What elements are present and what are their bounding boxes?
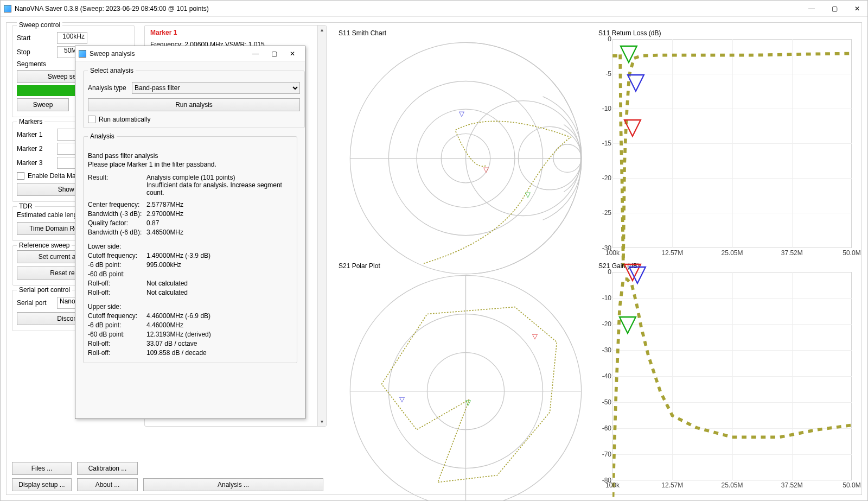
- run-automatically-checkbox[interactable]: [88, 116, 95, 123]
- start-label: Start: [17, 34, 54, 42]
- s11-return-loss-chart: S11 Return Loss (dB) 0-5-10 -15-20-25 -3…: [597, 29, 854, 259]
- marker2-icon: ▽: [620, 39, 638, 66]
- upper-cutoff-label: Cutoff frequency:: [88, 312, 142, 320]
- center-freq-value: 2.57787MHz: [146, 201, 292, 208]
- analysis-results-group: Analysis Band pass filter analysis Pleas…: [83, 132, 297, 363]
- files-button[interactable]: Files ...: [12, 462, 72, 475]
- s11-smith-chart: S11 Smith Chart: [337, 29, 594, 259]
- lower-cutoff-value: 1.49000MHz (-3.9 dB): [146, 252, 292, 259]
- upper-6db-label: -6 dB point:: [88, 321, 142, 329]
- result-label: Result:: [88, 174, 142, 196]
- sweep-button[interactable]: Sweep: [17, 98, 69, 111]
- bw6-value: 3.46500MHz: [146, 229, 292, 236]
- upper-rolloff2-value: 109.858 dB / decade: [146, 349, 292, 357]
- lower-rolloff2-value: Not calculated: [146, 289, 292, 296]
- display-setup-button[interactable]: Display setup ...: [12, 478, 72, 491]
- upper-rolloff1-label: Roll-off:: [88, 340, 142, 347]
- sweep-analysis-dialog: Sweep analysis — ▢ ✕ Select analysis Ana…: [75, 46, 305, 419]
- marker3-icon: ▽: [459, 110, 464, 118]
- lower-rolloff2-label: Roll-off:: [88, 289, 142, 296]
- dialog-minimize-button[interactable]: —: [246, 50, 265, 58]
- about-button[interactable]: About ...: [77, 478, 138, 491]
- minimize-button[interactable]: —: [805, 5, 819, 12]
- analysis-header: Band pass filter analysis: [88, 152, 292, 160]
- serial-port-label: Serial port: [17, 299, 54, 307]
- lower-rolloff1-value: Not calculated: [146, 280, 292, 287]
- marker3-icon: ▽: [627, 68, 645, 94]
- bw6-label: Bandwidth (-6 dB):: [88, 229, 142, 236]
- charts-grid: S11 Smith Chart: [337, 29, 854, 491]
- dialog-titlebar: Sweep analysis — ▢ ✕: [75, 46, 305, 61]
- marker2-label: Marker 2: [17, 145, 54, 153]
- marker3-label: Marker 3: [17, 159, 54, 167]
- group-legend: Markers: [17, 118, 44, 125]
- analysis-button[interactable]: Analysis ...: [143, 478, 323, 491]
- dialog-maximize-button[interactable]: ▢: [265, 50, 283, 58]
- maximize-button[interactable]: ▢: [827, 5, 841, 12]
- marker3-icon: ▽: [628, 259, 647, 286]
- x-axis: 100k 12.57M 25.05M 37.52M 50.0M: [612, 481, 852, 490]
- marker3-icon: ▽: [399, 395, 405, 403]
- s21-polar-chart: S21 Polar Plot ▽ ▽ ▽: [337, 262, 594, 492]
- chart-title: S11 Smith Chart: [339, 29, 594, 37]
- scroll-down-icon[interactable]: ▾: [318, 417, 326, 426]
- lower-60db-value: [146, 270, 292, 278]
- stop-label: Stop: [17, 48, 54, 56]
- calibration-button[interactable]: Calibration ...: [77, 462, 138, 475]
- q-value: 0.87: [146, 219, 292, 227]
- marker2-icon: ▽: [525, 191, 531, 199]
- analysis-hint: Please place Marker 1 in the filter pass…: [88, 161, 292, 168]
- main-titlebar: NanoVNA Saver 0.3.8 (Sweep: 2023-06-29 0…: [1, 1, 867, 17]
- bw3-value: 2.97000MHz: [146, 210, 292, 218]
- chart-title: S21 Polar Plot: [339, 262, 594, 270]
- dialog-title: Sweep analysis: [90, 50, 246, 58]
- close-button[interactable]: ✕: [850, 5, 864, 12]
- y-axis: 0-10-20 -30-40-50 -60-70-80: [597, 272, 612, 481]
- marker1-icon: ▽: [532, 332, 538, 340]
- dialog-close-button[interactable]: ✕: [283, 50, 302, 58]
- app-icon: [4, 5, 11, 12]
- lower-60db-label: -60 dB point:: [88, 270, 142, 278]
- marker1-label: Marker 1: [17, 131, 54, 138]
- group-legend: TDR: [17, 202, 35, 210]
- upper-60db-value: 12.3193MHz (derived): [146, 331, 292, 338]
- plot-area: ▽ ▽ ▽: [612, 39, 852, 248]
- select-analysis-group: Select analysis Analysis type Band-pass …: [83, 67, 305, 128]
- scroll-up-icon[interactable]: ▴: [318, 26, 326, 34]
- analysis-type-select[interactable]: Band-pass filter: [132, 82, 300, 94]
- y-axis: 0-5-10 -15-20-25 -30: [597, 39, 612, 248]
- upper-rolloff2-label: Roll-off:: [88, 349, 142, 357]
- upper-60db-label: -60 dB point:: [88, 331, 142, 338]
- upper-6db-value: 4.46000MHz: [146, 321, 292, 329]
- marker-info-header: Marker 1: [150, 29, 312, 36]
- upper-cutoff-value: 4.46000MHz (-6.9 dB): [146, 312, 292, 320]
- run-analysis-button[interactable]: Run analysis: [88, 98, 300, 111]
- analysis-type-label: Analysis type: [88, 84, 129, 92]
- s21-gain-chart: S21 Gain (dB) 0-10-20 -30-40-50 -60-70-8…: [597, 262, 854, 492]
- marker1-icon: ▽: [483, 166, 489, 174]
- group-legend: Reference sweep: [17, 242, 72, 249]
- start-input[interactable]: 100kHz: [57, 32, 87, 44]
- lower-cutoff-label: Cutoff frequency:: [88, 252, 142, 259]
- delta-marker-checkbox[interactable]: [17, 172, 24, 180]
- group-legend: Select analysis: [88, 67, 136, 74]
- lower-6db-label: -6 dB point:: [88, 261, 142, 269]
- smith-svg: ▽ ▽ ▽: [340, 39, 592, 277]
- marker1-icon: ▽: [623, 113, 642, 139]
- center-freq-label: Center frequency:: [88, 201, 142, 208]
- lower-6db-value: 995.000kHz: [146, 261, 292, 269]
- group-legend: Serial port control: [17, 286, 72, 294]
- upper-side-header: Upper side:: [88, 303, 292, 310]
- x-axis: 100k 12.57M 25.05M 37.52M 50.0M: [612, 249, 852, 258]
- lower-side-header: Lower side:: [88, 243, 292, 250]
- dialog-app-icon: [79, 50, 86, 58]
- result-value: Analysis complete (101 points) Insuffici…: [146, 174, 292, 196]
- bw3-label: Bandwidth (-3 dB):: [88, 210, 142, 218]
- upper-rolloff1-value: 33.07 dB / octave: [146, 340, 292, 347]
- q-label: Quality factor:: [88, 219, 142, 227]
- run-automatically-label: Run automatically: [99, 116, 150, 123]
- marker2-icon: ▽: [465, 398, 471, 407]
- marker-info-scrollbar[interactable]: ▴ ▾: [317, 26, 326, 426]
- window-title: NanoVNA Saver 0.3.8 (Sweep: 2023-06-29 0…: [15, 5, 805, 12]
- group-legend: Analysis: [88, 132, 117, 140]
